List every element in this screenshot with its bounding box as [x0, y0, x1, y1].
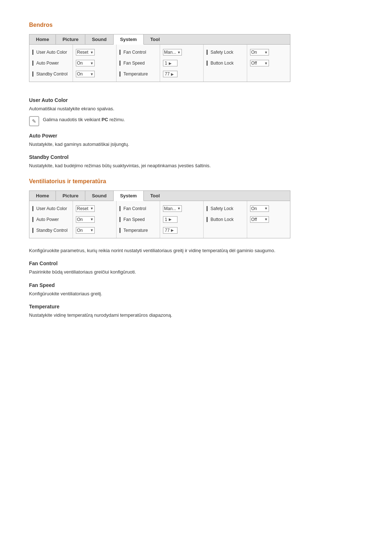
standby-control-title: Standby Control: [29, 154, 363, 160]
on-select-4[interactable]: On ▼: [76, 227, 95, 234]
menu-bar-icon-8: [207, 61, 208, 66]
safety-lock-on-2[interactable]: On ▼: [250, 205, 269, 212]
safety-on-arrow-2: ▼: [264, 206, 268, 210]
user-auto-color-label-2: User Auto Color: [36, 206, 67, 211]
bar-safety-2-1: [207, 206, 208, 211]
tab-picture-2[interactable]: Picture: [56, 191, 85, 201]
menu-col-labels-2: User Auto Color Auto Power Standby Contr…: [29, 201, 73, 238]
tab-system-1[interactable]: System: [114, 34, 144, 45]
bar-fan-2-1: [119, 206, 121, 211]
menu-col-labels-1: User Auto Color Auto Power Standby Contr…: [29, 45, 73, 82]
menu-col-safety-values-2: On ▼ Off ▼: [247, 201, 291, 238]
man-select-2[interactable]: Man... ▼: [163, 205, 182, 212]
note-text: Galima naudotis tik veikiant PC režimu.: [43, 116, 125, 123]
man-select-1[interactable]: Man... ▼: [163, 49, 182, 56]
fan-control-desc: Pasirinkite būdą ventiliatoriaus greičiu…: [29, 268, 363, 276]
temperature-chevron-1: ▶: [171, 72, 174, 76]
menu-bar-icon-6: [119, 71, 121, 77]
menu-fan-row-3: Temperature: [117, 69, 160, 79]
safety-val-1: On ▼: [247, 47, 291, 58]
menu-fan-row-2: Fan Speed: [117, 58, 160, 69]
fan-speed-nav-2[interactable]: 1 ▶: [163, 216, 177, 223]
tab-sound-2[interactable]: Sound: [85, 191, 113, 201]
standby-control-label-2: Standby Control: [36, 228, 68, 233]
menu-table-1: Home Picture Sound System Tool User Auto…: [29, 34, 290, 82]
menu-col-fan-values-1: Man... ▼ 1 ▶ 77 ▶: [160, 45, 204, 82]
on-arrow-2: ▼: [90, 72, 94, 76]
ventiliatorius-intro: Konfigūruokite parametrus, kurių reikia …: [29, 247, 363, 254]
menu-fan-row-1: Fan Control: [117, 47, 160, 58]
user-auto-color-label-1: User Auto Color: [36, 50, 67, 55]
standby-control-desc: Nustatykite, kad budėjimo režimas būtų s…: [29, 162, 363, 169]
temperature-label-2: Temperature: [123, 228, 148, 233]
tab-tool-2[interactable]: Tool: [144, 191, 166, 201]
button-lock-off-2[interactable]: Off ▼: [250, 216, 269, 223]
safety-val-2-1: On ▼: [247, 203, 291, 214]
safety-row-2: Button Lock: [204, 58, 247, 69]
menu-col-fan-values-2: Man... ▼ 1 ▶ 77 ▶: [160, 201, 204, 238]
menu-row-2-3: Standby Control: [29, 225, 73, 236]
on-select-2[interactable]: On ▼: [76, 71, 95, 77]
on-select-3[interactable]: On ▼: [76, 216, 95, 223]
menu-col-values-1: Reset ▼ On ▼ On ▼: [73, 45, 117, 82]
tab-sound-1[interactable]: Sound: [85, 34, 113, 44]
fan-control-section: Fan Control Pasirinkite būdą ventiliator…: [29, 260, 363, 276]
safety-val-2: Off ▼: [247, 58, 291, 69]
tab-system-2[interactable]: System: [114, 191, 144, 201]
fan-speed-chevron-1: ▶: [169, 61, 172, 65]
menu-col-values-2: Reset ▼ On ▼ On ▼: [73, 201, 117, 238]
man-arrow-2: ▼: [177, 206, 181, 210]
reset-select-1[interactable]: Reset ▼: [76, 49, 95, 56]
menu-col-fan-labels-2: Fan Control Fan Speed Temperature: [117, 201, 160, 238]
bar-2-2: [32, 217, 33, 222]
menu-val-2-1: Reset ▼: [73, 203, 116, 214]
menu-col-fan-labels-1: Fan Control Fan Speed Temperature: [117, 45, 160, 82]
tab-tool-1[interactable]: Tool: [144, 34, 166, 44]
tab-home-1[interactable]: Home: [29, 34, 56, 44]
menu-bar-icon-7: [207, 50, 208, 55]
menu-row-3: Standby Control: [29, 69, 73, 79]
temperature-desc: Nustatykite vidinę temperatūrą nurodydam…: [29, 312, 363, 319]
fan-control-label-2: Fan Control: [123, 206, 146, 211]
menu-fan-val-2: 1 ▶: [160, 58, 203, 69]
on-arrow-1: ▼: [90, 61, 94, 65]
menu-col-safety-labels-2: Safety Lock Button Lock: [204, 201, 247, 238]
fan-speed-nav-1[interactable]: 1 ▶: [163, 60, 177, 66]
fan-control-label-1: Fan Control: [123, 50, 146, 55]
user-auto-color-section: User Auto Color Automatiškai nustatykite…: [29, 97, 363, 126]
button-off-arrow-1: ▼: [264, 61, 268, 65]
temperature-nav-2[interactable]: 77 ▶: [163, 227, 177, 234]
safety-row-2-1: Safety Lock: [204, 203, 247, 214]
button-lock-off-1[interactable]: Off ▼: [250, 60, 269, 66]
tab-picture-1[interactable]: Picture: [56, 34, 85, 44]
safety-lock-label-2: Safety Lock: [211, 206, 233, 211]
temperature-title: Temperature: [29, 304, 363, 309]
menu-row-2-2: Auto Power: [29, 214, 73, 225]
bendros-title: Bendros: [29, 22, 363, 28]
menu-body-1: User Auto Color Auto Power Standby Contr…: [29, 45, 290, 82]
ventiliatorius-section: Ventiliatorius ir temperatūra Home Pictu…: [29, 178, 363, 319]
menu-val-2-2: On ▼: [73, 214, 116, 225]
on-arrow-3: ▼: [90, 217, 94, 221]
fan-speed-label-2: Fan Speed: [123, 217, 145, 222]
safety-on-arrow-1: ▼: [264, 50, 268, 54]
menu-bar-icon-5: [119, 61, 121, 66]
menu-fan-val-2-3: 77 ▶: [160, 225, 203, 236]
on-arrow-4: ▼: [90, 228, 94, 232]
fan-speed-label-1: Fan Speed: [123, 61, 145, 66]
menu-col-safety-labels-1: Safety Lock Button Lock: [204, 45, 247, 82]
menu-val-2-3: On ▼: [73, 225, 116, 236]
button-lock-label-1: Button Lock: [211, 61, 233, 66]
ventiliatorius-title: Ventiliatorius ir temperatūra: [29, 178, 363, 185]
standby-control-label-1: Standby Control: [36, 71, 68, 77]
on-select-1[interactable]: On ▼: [76, 60, 95, 66]
safety-lock-on-1[interactable]: On ▼: [250, 49, 269, 56]
tab-home-2[interactable]: Home: [29, 191, 56, 201]
menu-val-row-2: On ▼: [73, 58, 116, 69]
note-box: ✎ Galima naudotis tik veikiant PC režimu…: [29, 116, 363, 126]
temperature-nav-1[interactable]: 77 ▶: [163, 71, 177, 77]
reset-arrow-1: ▼: [90, 50, 94, 54]
reset-select-2[interactable]: Reset ▼: [76, 205, 95, 212]
menu-table-2: Home Picture Sound System Tool User Auto…: [29, 190, 290, 238]
auto-power-section: Auto Power Nustatykite, kad gaminys auto…: [29, 133, 363, 148]
